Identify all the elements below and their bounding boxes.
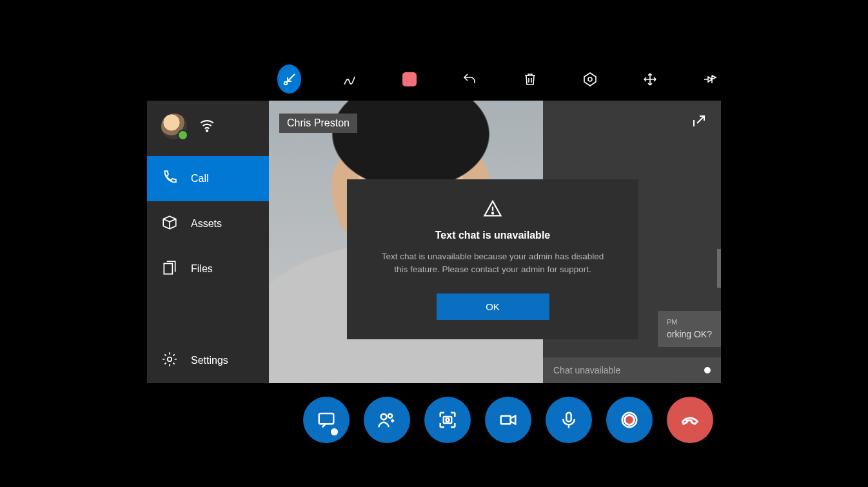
app-window: Call Assets Files: [147, 101, 721, 383]
undo-icon[interactable]: [458, 65, 482, 94]
gear-icon: [161, 351, 178, 370]
mic-button[interactable]: [546, 397, 592, 443]
svg-rect-4: [164, 264, 172, 274]
call-controls: [303, 397, 713, 443]
participant-name-badge: Chris Preston: [279, 114, 357, 133]
dialog-ok-button[interactable]: OK: [437, 293, 549, 320]
delete-icon[interactable]: [518, 65, 542, 94]
dialog-title: Text chat is unavailable: [379, 230, 606, 241]
svg-point-6: [492, 212, 493, 214]
svg-rect-13: [566, 413, 571, 422]
collapse-icon[interactable]: [277, 65, 301, 94]
unread-dot-icon: [331, 428, 338, 435]
dialog-body: Text chat is unavailable because your ad…: [379, 250, 606, 277]
svg-rect-7: [319, 413, 334, 424]
annotation-toolbar: [277, 65, 722, 94]
status-dot-icon: [704, 367, 711, 373]
box-icon: [161, 214, 178, 234]
add-participant-button[interactable]: [364, 397, 410, 443]
chat-input[interactable]: Chat unavailable: [543, 357, 721, 383]
network-icon[interactable]: [199, 117, 215, 136]
sidebar-item-label: Assets: [191, 218, 222, 230]
chat-message-body: orking OK?: [667, 329, 712, 339]
sidebar-item-settings[interactable]: Settings: [147, 338, 269, 383]
chat-input-placeholder: Chat unavailable: [553, 365, 620, 375]
svg-point-0: [284, 81, 286, 84]
snapshot-button[interactable]: [424, 397, 471, 443]
popout-icon[interactable]: [691, 114, 707, 132]
avatar[interactable]: [161, 114, 187, 139]
svg-point-11: [446, 419, 449, 422]
sidebar-item-label: Files: [191, 263, 213, 275]
sidebar-item-label: Call: [191, 173, 209, 184]
svg-point-2: [588, 77, 592, 81]
pin-icon[interactable]: [698, 65, 722, 94]
files-icon: [161, 259, 178, 279]
move-icon[interactable]: [638, 65, 662, 94]
hangup-button[interactable]: [667, 397, 713, 443]
chat-message: PM orking OK?: [658, 311, 721, 347]
phone-icon: [161, 169, 178, 188]
sidebar-item-assets[interactable]: Assets: [147, 201, 269, 246]
stop-record-icon[interactable]: [398, 65, 422, 94]
chat-message-time: PM: [667, 317, 712, 327]
record-button[interactable]: [606, 397, 653, 443]
record-dot-icon: [624, 414, 635, 426]
sidebar-item-label: Settings: [191, 355, 228, 366]
scrollbar-thumb[interactable]: [717, 249, 721, 288]
svg-marker-1: [584, 73, 596, 86]
sidebar-header: [147, 101, 269, 156]
ink-icon[interactable]: [337, 65, 361, 94]
sidebar-item-files[interactable]: Files: [147, 246, 269, 292]
svg-point-8: [381, 414, 387, 420]
video-button[interactable]: [485, 397, 531, 443]
svg-rect-12: [501, 416, 511, 424]
warning-icon: [483, 199, 502, 218]
chat-button[interactable]: [303, 397, 350, 443]
sidebar: Call Assets Files: [147, 101, 269, 383]
svg-point-3: [206, 130, 208, 132]
target-icon[interactable]: [578, 65, 602, 94]
sidebar-item-call[interactable]: Call: [147, 156, 269, 201]
dialog-chat-unavailable: Text chat is unavailable Text chat is un…: [347, 179, 638, 339]
svg-point-9: [388, 414, 392, 418]
svg-point-5: [168, 357, 172, 362]
